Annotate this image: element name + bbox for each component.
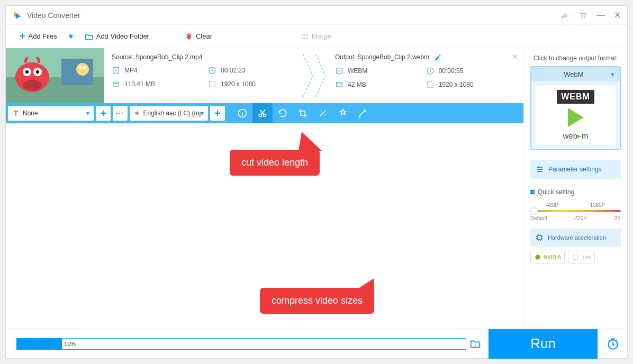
svg-rect-16: [210, 81, 215, 87]
adjust-tool[interactable]: [353, 103, 373, 123]
main-area: Source: SpongeBob_Clip 2.mp4 MP4 00:02:2…: [6, 48, 523, 329]
progress-text: 10%: [64, 341, 76, 347]
speaker-icon: [134, 110, 141, 117]
svg-point-26: [538, 171, 540, 172]
annotation-compress: compress video sizes: [260, 288, 374, 314]
play-icon: [568, 108, 584, 127]
svg-point-24: [538, 167, 539, 168]
add-folder-label: Add Video Folder: [96, 32, 149, 40]
merge-icon: [301, 33, 309, 40]
schedule-button[interactable]: [598, 329, 627, 359]
hq-button[interactable]: H✦: [113, 106, 128, 121]
clock-icon: [426, 67, 435, 75]
chevron-down-icon: ▾: [86, 110, 89, 117]
hardware-acceleration-button[interactable]: Hardware acceleration: [530, 229, 621, 247]
merge-label: Merge: [312, 32, 331, 40]
merge-button: Merge: [294, 29, 339, 43]
clear-button[interactable]: Clear: [178, 29, 220, 44]
slider-thumb[interactable]: [530, 207, 538, 215]
trash-icon: [185, 32, 193, 41]
chevron-down-icon: ▾: [611, 70, 614, 78]
thumbnail-image: [6, 48, 104, 103]
output-resolution: 1920 x 1080: [439, 81, 474, 88]
format-icon: [335, 67, 343, 75]
audio-value: English aac (LC) (mp: [143, 110, 201, 117]
output-format: WEBM: [348, 67, 367, 75]
svg-point-25: [540, 169, 542, 170]
main-toolbar: + Add Files ▾ Add Video Folder Clear Mer…: [6, 25, 627, 48]
minimize-button[interactable]: —: [596, 11, 604, 20]
svg-point-29: [573, 254, 578, 259]
svg-rect-20: [427, 81, 433, 87]
output-format-selector[interactable]: WebM ▾ WEBM web▸m: [530, 66, 621, 150]
svg-point-10: [76, 63, 89, 76]
effects-tool[interactable]: [313, 103, 333, 123]
cart-icon[interactable]: [578, 11, 587, 20]
key-icon[interactable]: [560, 11, 569, 20]
compress-slider[interactable]: 10%: [16, 338, 466, 350]
svg-rect-27: [537, 235, 541, 240]
output-folder-button[interactable]: [469, 338, 481, 350]
intel-badge: Intel: [568, 251, 595, 263]
output-label: Output: SpongeBob_Clip 2.webm: [335, 53, 429, 61]
bottom-bar: 10% Run: [6, 329, 627, 358]
output-duration: 00:00:55: [439, 67, 464, 75]
subtitle-value: None: [23, 110, 38, 117]
svg-point-12: [83, 66, 86, 69]
cut-tool[interactable]: [252, 103, 273, 123]
watermark-tool[interactable]: [333, 103, 353, 123]
crop-tool[interactable]: [293, 103, 313, 123]
nvidia-icon: [534, 253, 541, 261]
close-button[interactable]: ✕: [613, 10, 621, 20]
svg-rect-19: [337, 83, 342, 87]
video-thumbnail[interactable]: [6, 48, 104, 103]
svg-point-28: [535, 254, 540, 259]
run-button[interactable]: Run: [489, 329, 598, 359]
edit-output-icon[interactable]: [434, 54, 441, 61]
change-format-label: Click to change output format:: [530, 54, 621, 62]
source-size: 113.41 MB: [124, 80, 155, 88]
size-icon: [112, 80, 120, 88]
svg-point-7: [36, 70, 39, 74]
quality-slider[interactable]: 480P1080P Default720P2K: [530, 202, 621, 221]
rotate-tool[interactable]: [273, 103, 293, 123]
format-logo-text: web▸m: [540, 131, 611, 141]
add-audio-button[interactable]: +: [210, 106, 225, 121]
folder-icon: [85, 33, 93, 40]
add-folder-button[interactable]: Add Video Folder: [77, 29, 157, 43]
intel-icon: [572, 253, 579, 261]
chip-icon: [535, 233, 544, 242]
plus-icon: +: [20, 31, 25, 42]
app-title: Video Converter: [27, 11, 80, 20]
add-files-label: Add Files: [29, 32, 57, 40]
annotation-cut: cut video length: [230, 150, 320, 176]
sidebar: Click to change output format: WebM ▾ WE…: [523, 48, 627, 329]
svg-point-6: [25, 70, 29, 74]
source-duration: 00:02:23: [221, 67, 246, 74]
svg-point-11: [79, 66, 82, 69]
size-icon: [335, 80, 343, 89]
add-files-button[interactable]: + Add Files: [12, 28, 65, 45]
format-badge: WEBM: [557, 90, 594, 104]
clock-icon: [208, 66, 216, 75]
chevron-down-icon: ▾: [201, 110, 204, 117]
nvidia-badge: NVIDIA: [530, 251, 565, 263]
titlebar: Video Converter — ✕: [6, 6, 627, 25]
square-icon: [530, 190, 535, 194]
add-files-dropdown[interactable]: ▾: [69, 31, 73, 41]
add-subtitle-button[interactable]: +: [96, 106, 111, 121]
resolution-icon: [426, 80, 435, 89]
arrow-separator: [298, 48, 330, 103]
format-name: WebM: [564, 70, 583, 78]
clear-label: Clear: [196, 32, 212, 40]
sliders-icon: [536, 165, 544, 174]
subtitle-select[interactable]: None ▾: [8, 106, 94, 121]
info-tool[interactable]: [232, 103, 252, 123]
progress-fill: [17, 339, 62, 349]
source-resolution: 1920 x 1080: [221, 80, 256, 88]
source-format: MP4: [124, 67, 138, 74]
output-size: 42 MB: [348, 81, 366, 88]
parameter-settings-button[interactable]: Parameter settings: [530, 160, 621, 179]
remove-file-button[interactable]: ✕: [512, 52, 518, 61]
audio-select[interactable]: English aac (LC) (mp ▾: [130, 106, 208, 121]
